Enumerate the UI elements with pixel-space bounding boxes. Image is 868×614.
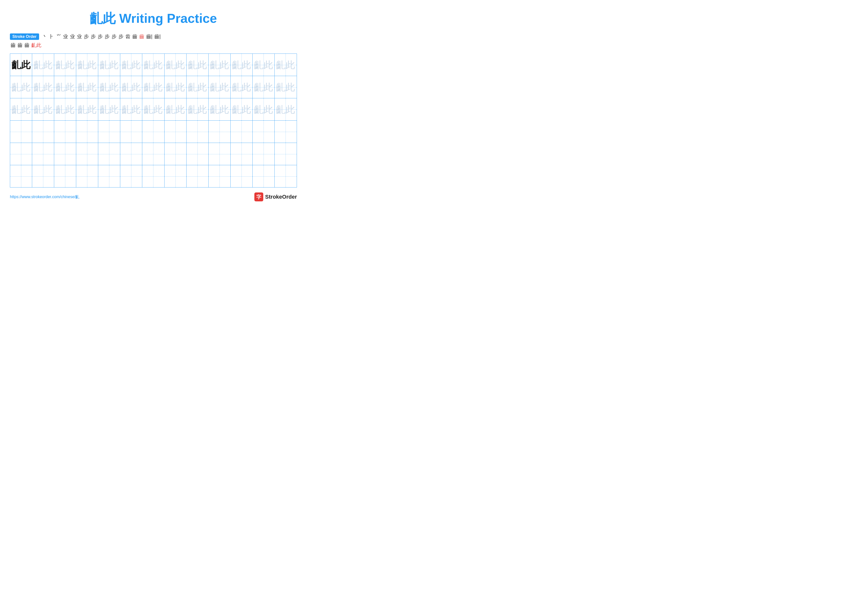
grid-cell-empty[interactable] [98,143,120,165]
grid-cell-empty[interactable] [54,121,76,143]
grid-cell[interactable]: 齓此 [120,76,142,98]
practice-char-light: 齓此 [210,60,229,70]
grid-cell[interactable]: 齓此 [76,54,98,76]
grid-cell[interactable]: 齓此 [32,76,54,98]
practice-char-light: 齓此 [210,82,229,92]
grid-cell-empty[interactable] [76,143,98,165]
grid-cell[interactable]: 齓此 [120,54,142,76]
stroke-char: 齒| [153,33,161,40]
grid-cell[interactable]: 齓此 [209,54,231,76]
grid-cell-empty[interactable] [253,165,274,187]
grid-cell[interactable]: 齓此 [253,54,274,76]
practice-char-light: 齓此 [78,60,96,70]
grid-cell-empty[interactable] [253,143,274,165]
grid-cell[interactable]: 齓此 [76,76,98,98]
grid-cell[interactable]: 齓此 [142,54,164,76]
grid-cell[interactable]: 齓此 [54,98,76,120]
grid-cell-empty[interactable] [142,165,164,187]
grid-cell[interactable]: 齓此 [186,54,209,76]
practice-char-light: 齓此 [144,105,163,114]
stroke-char: 齒| [146,33,153,40]
stroke-order-row2: 齒 齒 齒 齓此 [10,42,297,48]
grid-cell[interactable]: 齓此 [231,54,253,76]
grid-cell-empty[interactable] [231,121,253,143]
grid-cell[interactable]: 齓此 [76,98,98,120]
grid-cell-empty[interactable] [186,165,209,187]
practice-char-light: 齓此 [122,105,141,114]
practice-char-light: 齓此 [34,105,53,114]
grid-cell-empty[interactable] [32,165,54,187]
stroke-char: ⺊ [48,33,55,40]
grid-cell-empty[interactable] [142,143,164,165]
grid-cell-empty[interactable] [186,143,209,165]
grid-cell[interactable]: 齓此 [164,76,186,98]
grid-cell-empty[interactable] [253,121,274,143]
grid-cell[interactable]: 齓此 [274,54,297,76]
grid-cell-empty[interactable] [120,121,142,143]
grid-cell-empty[interactable] [164,165,186,187]
grid-cell[interactable]: 齓此 [54,54,76,76]
grid-cell-empty[interactable] [231,143,253,165]
grid-cell-empty[interactable] [54,165,76,187]
grid-cell-empty[interactable] [164,143,186,165]
grid-cell[interactable]: 齓此 [274,98,297,120]
grid-cell-empty[interactable] [32,121,54,143]
grid-cell[interactable]: 齓此 [186,76,209,98]
grid-cell[interactable]: 齓此 [253,76,274,98]
grid-cell-empty[interactable] [274,143,297,165]
grid-cell[interactable]: 齓此 [142,76,164,98]
grid-cell[interactable]: 齓此 [274,76,297,98]
grid-cell-empty[interactable] [209,121,231,143]
grid-cell-empty[interactable] [164,121,186,143]
grid-cell[interactable]: 齓此 [10,98,32,120]
grid-cell-empty[interactable] [142,121,164,143]
grid-cell[interactable]: 齓此 [164,54,186,76]
grid-cell-dark[interactable]: 齓此 [10,54,32,76]
grid-cell[interactable]: 齓此 [231,98,253,120]
grid-cell-empty[interactable] [274,121,297,143]
grid-cell-empty[interactable] [209,143,231,165]
grid-cell-empty[interactable] [231,165,253,187]
grid-cell-empty[interactable] [209,165,231,187]
grid-cell[interactable]: 齓此 [209,98,231,120]
grid-cell-empty[interactable] [76,121,98,143]
grid-cell-empty[interactable] [32,143,54,165]
practice-char-light: 齓此 [12,82,31,92]
grid-cell[interactable]: 齓此 [120,98,142,120]
stroke-chars-row1: 丶 ⺊ ⺍ 业 业 业 步 步 步 步 步 步 齿 齒 齒 齒| 齒| [42,33,161,40]
practice-char-light: 齓此 [254,105,273,114]
grid-cell[interactable]: 齓此 [98,98,120,120]
grid-cell[interactable]: 齓此 [253,98,274,120]
grid-cell-empty[interactable] [10,143,32,165]
grid-cell[interactable]: 齓此 [231,76,253,98]
grid-cell-empty[interactable] [76,165,98,187]
grid-cell-empty[interactable] [186,121,209,143]
practice-char-light: 齓此 [188,105,207,114]
grid-cell[interactable]: 齓此 [10,76,32,98]
practice-char-light: 齓此 [210,105,229,114]
grid-cell[interactable]: 齓此 [54,76,76,98]
grid-cell-empty[interactable] [10,165,32,187]
practice-char-light: 齓此 [276,82,295,92]
grid-row: 齓此 齓此 齓此 齓此 齓此 齓此 齓此 齓此 齓此 齓此 齓此 齓此 齓此 [10,54,297,76]
grid-cell[interactable]: 齓此 [209,76,231,98]
grid-cell-empty[interactable] [274,165,297,187]
grid-cell-empty[interactable] [10,121,32,143]
stroke-char: 齒 [24,42,30,48]
practice-char-light: 齓此 [34,82,53,92]
stroke-char: 齒 [10,42,16,48]
grid-cell[interactable]: 齓此 [164,98,186,120]
grid-cell[interactable]: 齓此 [32,54,54,76]
grid-cell-empty[interactable] [120,143,142,165]
grid-cell[interactable]: 齓此 [142,98,164,120]
grid-row-empty [10,143,297,165]
grid-cell[interactable]: 齓此 [98,54,120,76]
practice-char-light: 齓此 [232,82,251,92]
grid-cell-empty[interactable] [54,143,76,165]
grid-cell[interactable]: 齓此 [98,76,120,98]
grid-cell[interactable]: 齓此 [186,98,209,120]
grid-cell-empty[interactable] [98,121,120,143]
grid-cell[interactable]: 齓此 [32,98,54,120]
grid-cell-empty[interactable] [98,165,120,187]
grid-cell-empty[interactable] [120,165,142,187]
